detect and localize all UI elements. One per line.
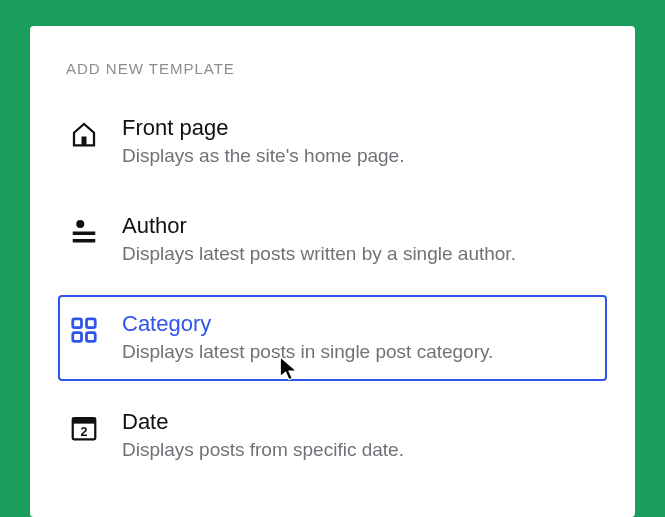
author-icon: [66, 213, 102, 251]
svg-rect-0: [82, 137, 87, 146]
svg-point-1: [76, 220, 84, 228]
template-desc: Displays latest posts written by a singl…: [122, 241, 595, 267]
svg-rect-7: [87, 333, 96, 342]
template-option-date[interactable]: 2 Date Displays posts from specific date…: [58, 393, 607, 479]
svg-text:2: 2: [81, 425, 88, 439]
add-template-panel: ADD NEW TEMPLATE Front page Displays as …: [30, 26, 635, 517]
template-option-front-page[interactable]: Front page Displays as the site's home p…: [58, 99, 607, 185]
template-option-author[interactable]: Author Displays latest posts written by …: [58, 197, 607, 283]
calendar-icon: 2: [66, 409, 102, 443]
template-title: Author: [122, 213, 595, 239]
template-option-category[interactable]: Category Displays latest posts in single…: [58, 295, 607, 381]
template-title: Category: [122, 311, 595, 337]
svg-rect-4: [73, 319, 82, 328]
template-title: Front page: [122, 115, 595, 141]
svg-rect-3: [73, 239, 96, 243]
template-desc: Displays as the site's home page.: [122, 143, 595, 169]
panel-heading: ADD NEW TEMPLATE: [58, 60, 607, 77]
template-title: Date: [122, 409, 595, 435]
svg-rect-9: [73, 418, 96, 424]
category-icon: [66, 311, 102, 345]
template-desc: Displays posts from specific date.: [122, 437, 595, 463]
template-desc: Displays latest posts in single post cat…: [122, 339, 595, 365]
svg-rect-5: [87, 319, 96, 328]
home-icon: [66, 115, 102, 149]
svg-rect-6: [73, 333, 82, 342]
svg-rect-2: [73, 232, 96, 236]
